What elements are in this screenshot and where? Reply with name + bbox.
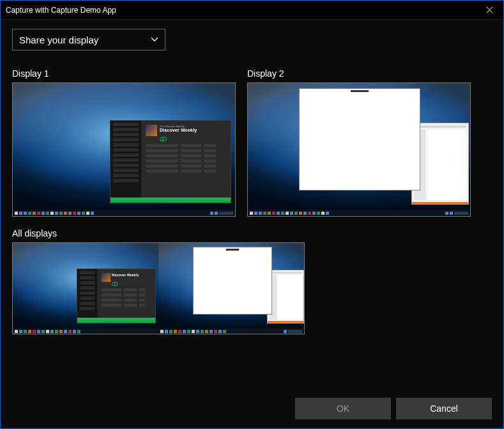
display-thumbnail-2 [247, 82, 471, 217]
album-art-icon [146, 125, 157, 136]
now-playing-bar [111, 198, 231, 203]
mock-app-title: Discover Weekly [112, 273, 153, 277]
window-title: Capture with Capture Demo App [6, 6, 116, 15]
close-button[interactable] [475, 1, 503, 19]
display-card-1[interactable]: Display 1 Your Discover Weekly Disco [12, 68, 236, 217]
dialog-footer: OK Cancel [12, 389, 492, 419]
display-thumbnail-all: Discover Weekly ▶ [12, 242, 305, 334]
titlebar: Capture with Capture Demo App [0, 0, 504, 19]
display-label: Display 2 [247, 68, 471, 79]
mock-app-spotify: Discover Weekly ▶ [77, 269, 156, 324]
mock-taskbar [158, 329, 304, 334]
dropdown-label: Share your display [19, 35, 98, 45]
mock-blank-window [193, 247, 272, 315]
cancel-button[interactable]: Cancel [396, 398, 492, 419]
chevron-down-icon [151, 37, 158, 42]
play-pill-icon: ▶ [112, 282, 118, 286]
ok-button-label: OK [337, 403, 349, 414]
ok-button[interactable]: OK [295, 398, 391, 419]
share-mode-dropdown[interactable]: Share your display [12, 29, 165, 51]
mock-taskbar [248, 210, 470, 216]
album-art-icon [102, 273, 111, 282]
display-list: Display 1 Your Discover Weekly Disco [12, 68, 492, 334]
display-label: Display 1 [12, 68, 236, 79]
mock-app-title: Discover Weekly [160, 128, 228, 132]
now-playing-bar [77, 318, 155, 323]
mock-ide-window [267, 270, 304, 324]
mock-taskbar [13, 210, 235, 216]
display-card-2[interactable]: Display 2 [247, 68, 471, 217]
mock-app-spotify: Your Discover Weekly Discover Weekly ▶ [110, 120, 231, 203]
display-card-all[interactable]: All displays Discover Weekly ▶ [12, 228, 305, 334]
display-thumbnail-1: Your Discover Weekly Discover Weekly ▶ [12, 82, 236, 217]
mock-blank-window [299, 88, 420, 191]
play-pill-icon: ▶ [160, 137, 167, 141]
cancel-button-label: Cancel [430, 403, 458, 414]
dialog-body: Share your display Display 1 [0, 19, 504, 429]
display-label: All displays [12, 228, 305, 238]
close-icon [486, 6, 493, 13]
